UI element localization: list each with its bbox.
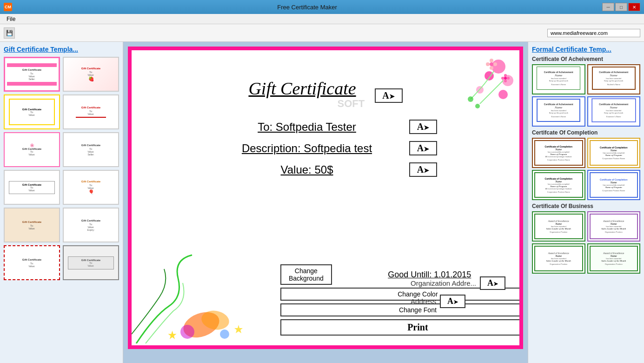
svg-point-13 (507, 77, 510, 80)
achievement-template-3[interactable]: Certificate of Acheivement Name has been… (532, 96, 585, 127)
template-thumb-5[interactable]: 🌸 Gift Certificate To: Value: (4, 132, 60, 167)
template-grid: Gift Certificate To: Value: Seller: Gift… (4, 57, 119, 280)
title-font-button[interactable]: A➤ (375, 88, 403, 103)
completion-section-label: Certifcate Of Completion (532, 129, 640, 136)
org-section: Organization Addre... A➤ Address A➤ (411, 276, 505, 308)
org-address-row: Organization Addre... A➤ (411, 276, 505, 290)
to-field[interactable]: To: Softpedia Tester (214, 121, 400, 134)
left-sidebar: Gift Certificate Templa... Gift Certific… (0, 42, 123, 363)
achievement-template-2[interactable]: Certificate of Acheivement Name has been… (587, 64, 641, 94)
certificate-title[interactable]: Gift Certificate (248, 78, 356, 99)
address-label[interactable]: Address (411, 297, 436, 305)
svg-point-9 (490, 66, 493, 70)
business-template-1[interactable]: Award of Excellence Name has been awarde… (532, 211, 585, 242)
center-canvas: Gift Certificate SOFT A➤ To: Softpedia T… (123, 42, 528, 363)
svg-point-16 (504, 77, 507, 80)
address-font-button[interactable]: A➤ (440, 295, 465, 308)
file-menu[interactable]: File (3, 16, 19, 22)
svg-point-14 (504, 80, 507, 82)
certificate-frame: Gift Certificate SOFT A➤ To: Softpedia T… (128, 47, 523, 349)
org-font-button[interactable]: A➤ (480, 276, 505, 290)
completion-template-4[interactable]: Certificate of Completion Name has succe… (587, 170, 641, 200)
svg-point-19 (180, 325, 194, 339)
right-sidebar: Formal Certificate Temp... Certificate O… (528, 42, 644, 363)
template-thumb-2[interactable]: Gift Certificate To: Value: 🍓 (63, 57, 119, 92)
close-button[interactable]: ✕ (628, 3, 640, 11)
completion-grid: Certificate of Completion Name has succe… (532, 138, 640, 200)
value-font-button[interactable]: A➤ (409, 162, 437, 177)
maximize-button[interactable]: □ (615, 3, 627, 11)
template-thumb-3[interactable]: Gift Certificate To: Value: (4, 94, 60, 129)
org-address-label[interactable]: Organization Addre... (411, 279, 476, 287)
business-template-4[interactable]: Award of Excellence Name has been awarde… (587, 243, 641, 274)
swirl-decoration-bottom-left (132, 241, 262, 345)
url-display: www.mediafreeware.com (547, 29, 640, 37)
completion-template-2[interactable]: Certificate of Completion Name has succe… (587, 138, 641, 168)
address-row: Address A➤ (411, 295, 505, 308)
description-font-button[interactable]: A➤ (409, 141, 437, 155)
svg-point-4 (498, 90, 508, 99)
template-thumb-8[interactable]: Gift Certificate To: Value: 🎈 (63, 170, 119, 205)
title-bar: CM Free Certificate Maker ─ □ ✕ (0, 0, 644, 14)
save-icon[interactable]: 💾 (4, 27, 15, 39)
left-sidebar-title: Gift Certificate Templa... (4, 46, 119, 53)
to-font-button[interactable]: A➤ (409, 120, 437, 134)
watermark-text: SOFT (338, 98, 365, 110)
floral-decoration-top-right (433, 53, 517, 148)
achievement-template-1[interactable]: Certificate of Acheivement Name has been… (532, 64, 585, 94)
svg-point-2 (502, 75, 513, 86)
achievement-section-label: Certificate Of Acheivement (532, 56, 640, 62)
svg-marker-22 (234, 325, 243, 333)
svg-point-15 (501, 77, 504, 80)
svg-marker-21 (168, 331, 176, 339)
svg-point-10 (486, 62, 490, 66)
business-template-3[interactable]: Award of Excellence Name has been awarde… (532, 243, 585, 274)
toolbar: 💾 www.mediafreeware.com (0, 24, 644, 42)
completion-template-3[interactable]: Certificate of Completion Name has succe… (532, 170, 585, 200)
business-template-2[interactable]: Award of Excellence Name has been awarde… (587, 211, 641, 242)
svg-point-20 (220, 329, 229, 339)
svg-point-12 (504, 74, 507, 77)
svg-point-8 (493, 62, 497, 66)
svg-point-7 (490, 59, 493, 62)
window-title: Free Certificate Maker (12, 4, 602, 11)
change-background-button[interactable]: Change Background (280, 264, 332, 285)
toolbar-left: 💾 (4, 27, 15, 39)
window-controls[interactable]: ─ □ ✕ (602, 3, 640, 11)
template-thumb-7[interactable]: Gift Certificate To: Value: (4, 170, 60, 205)
completion-template-1[interactable]: Certificate of Completion Name has succe… (532, 138, 585, 168)
print-button[interactable]: Print (280, 319, 523, 336)
svg-point-5 (468, 96, 473, 102)
template-thumb-12[interactable]: Gift Certificate To: Value: (63, 245, 119, 280)
minimize-button[interactable]: ─ (602, 3, 614, 11)
template-thumb-6[interactable]: Gift Certificate To: Value: Seller: (63, 132, 119, 167)
title-bar-left: CM (4, 3, 12, 11)
svg-point-11 (490, 62, 493, 66)
value-field[interactable]: Value: 50$ (214, 163, 400, 176)
svg-point-6 (475, 104, 480, 108)
template-thumb-1[interactable]: Gift Certificate To: Value: Seller: (4, 57, 60, 92)
app-icon: CM (4, 3, 12, 11)
menu-bar: File (0, 14, 644, 24)
description-field[interactable]: Description: Softpedia test (214, 142, 400, 155)
achievement-template-4[interactable]: Certificate of Acheivement Name has been… (587, 96, 641, 127)
business-section-label: Certificate Of Business (532, 203, 640, 209)
business-grid: Award of Excellence Name has been awarde… (532, 211, 640, 274)
template-thumb-10[interactable]: Gift Certificate To: Value: Expiry: (63, 208, 119, 242)
achievement-grid: Certificate of Acheivement Name has been… (532, 64, 640, 127)
main-content: Gift Certificate Templa... Gift Certific… (0, 42, 644, 363)
template-thumb-11[interactable]: Gift Certificate To: Value: (4, 245, 60, 280)
cert-value-row: Value: 50$ A➤ (150, 162, 501, 177)
right-sidebar-title: Formal Certificate Temp... (532, 46, 640, 53)
template-thumb-4[interactable]: Gift Certificate To: Value: (63, 94, 119, 129)
template-thumb-9[interactable]: Gift Certificate To: Value: (4, 208, 60, 242)
